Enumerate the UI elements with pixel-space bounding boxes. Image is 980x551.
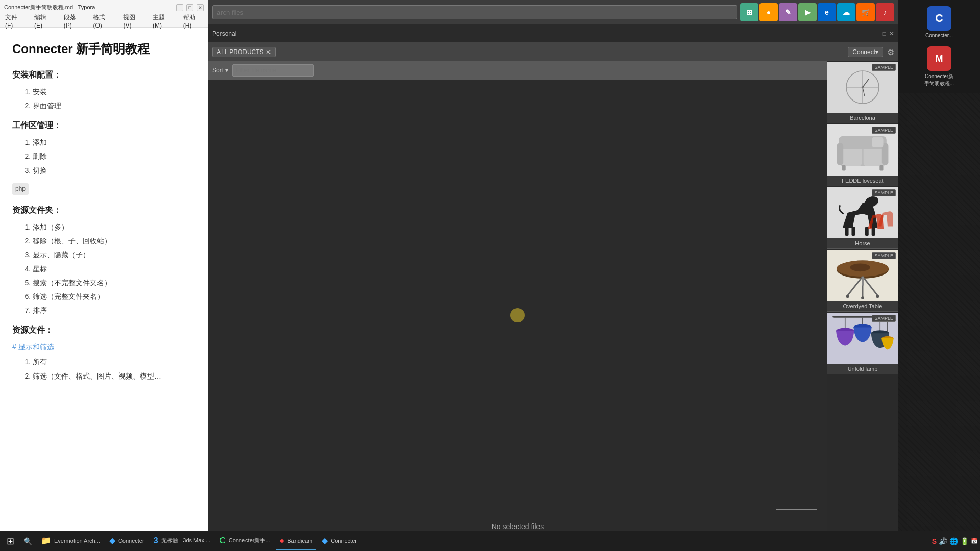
scroll-indicator bbox=[776, 509, 817, 510]
taskbar-app-3dsmax[interactable]: 3 无标题 - 3ds Max ... bbox=[150, 532, 214, 550]
svg-point-31 bbox=[876, 295, 879, 298]
taskbar-apps: 📁 Evermotion Arch... ◆ Connecter 3 无标题 -… bbox=[37, 532, 361, 550]
list-item: 搜索（不完整文件夹名） bbox=[33, 277, 195, 289]
orange-icon[interactable]: ● bbox=[760, 3, 778, 21]
tray-clock: 📅 bbox=[971, 538, 978, 544]
gear-icon[interactable]: ⚙ bbox=[887, 47, 894, 57]
desktop-icon-connecter-doc[interactable]: M Connecter新手简明教程... bbox=[921, 44, 957, 89]
tray-icon-volume[interactable]: 🔊 bbox=[939, 537, 947, 545]
section-link[interactable]: # 显示和筛选 bbox=[12, 343, 54, 351]
list-item: 切换 bbox=[33, 164, 195, 177]
connecter-icon: ◆ bbox=[109, 536, 115, 545]
search-input[interactable] bbox=[217, 9, 732, 16]
personal-label: Personal bbox=[212, 30, 236, 37]
typora-content: Connecter 新手简明教程 安装和配置： 安装 界面管理 工作区管理： 添… bbox=[0, 28, 208, 539]
tray-icon-battery[interactable]: 🔋 bbox=[960, 537, 969, 545]
personal-close[interactable]: ✕ bbox=[889, 30, 894, 37]
svg-point-25 bbox=[850, 263, 870, 271]
connecter-subbar: ALL PRODUCTS ✕ Connect▾ ⚙ bbox=[208, 43, 898, 61]
connecter-toolbar: ⊞ ● ✎ ▶ e ☁ 🛒 ♪ bbox=[208, 0, 898, 24]
taskbar-app-connecter[interactable]: ◆ Connecter bbox=[105, 532, 149, 550]
svg-point-32 bbox=[861, 296, 864, 299]
green-icon[interactable]: ▶ bbox=[798, 3, 817, 21]
product-horse-label: Horse bbox=[827, 238, 898, 248]
svg-line-26 bbox=[848, 277, 863, 295]
file-browser-area: Sort ▾ No selected files bbox=[208, 61, 827, 551]
typora-minimize-button[interactable]: — bbox=[176, 4, 183, 11]
svg-rect-18 bbox=[851, 227, 855, 236]
taskbar-app-explorer[interactable]: 📁 Evermotion Arch... bbox=[37, 532, 104, 550]
list-item: 排序 bbox=[33, 304, 195, 317]
start-button[interactable]: ⊞ bbox=[2, 533, 18, 549]
svg-line-4 bbox=[863, 79, 869, 87]
personal-minimize[interactable]: — bbox=[873, 30, 879, 37]
svg-rect-20 bbox=[872, 227, 875, 236]
desktop-icon-connecter-app[interactable]: C Connecter... bbox=[921, 4, 957, 40]
list-item: 所有 bbox=[33, 356, 195, 368]
taskbar-app-connecter2[interactable]: C Connecter新手... bbox=[215, 532, 274, 550]
list-item: 添加（多） bbox=[33, 221, 195, 234]
teal-icon[interactable]: ☁ bbox=[837, 3, 855, 21]
personal-maximize[interactable]: □ bbox=[883, 30, 886, 37]
product-barcelona-label: Barcelona bbox=[827, 113, 898, 123]
product-overdyed-label: Overdyed Table bbox=[827, 301, 898, 311]
purple-icon[interactable]: ✎ bbox=[779, 3, 797, 21]
connect-button[interactable]: Connect▾ bbox=[848, 47, 883, 57]
product-fedde-loveseat[interactable]: SAMPLE bbox=[827, 124, 898, 186]
explorer-icon: 📁 bbox=[41, 536, 51, 545]
list-item: 移除（根、子、回收站） bbox=[33, 235, 195, 247]
svg-line-27 bbox=[863, 277, 877, 295]
cursor-dot bbox=[510, 308, 525, 322]
sample-badge: SAMPLE bbox=[872, 315, 896, 322]
product-barcelona[interactable]: SAMPLE Barcelona bbox=[827, 62, 898, 123]
section-workspace: 工作区管理： bbox=[12, 118, 195, 133]
svg-rect-10 bbox=[837, 143, 844, 165]
tray-icon-s[interactable]: S bbox=[932, 537, 937, 545]
taskbar: ⊞ 🔍 📁 Evermotion Arch... ◆ Connecter 3 无… bbox=[0, 531, 980, 551]
taskbar-app-bandicam[interactable]: ● Bandicam bbox=[276, 532, 317, 550]
file-topbar: Sort ▾ bbox=[208, 61, 827, 80]
product-overdyed-img: SAMPLE bbox=[827, 250, 898, 301]
sample-badge: SAMPLE bbox=[872, 252, 896, 259]
tray-icon-network[interactable]: 🌐 bbox=[949, 537, 958, 545]
product-overdyed-table[interactable]: SAMPLE bbox=[827, 250, 898, 312]
list-item: 筛选（完整文件夹名） bbox=[33, 290, 195, 303]
list-item: 添加 bbox=[33, 136, 195, 149]
taskbar-tray: S 🔊 🌐 🔋 📅 bbox=[932, 537, 978, 545]
sample-badge: SAMPLE bbox=[872, 127, 896, 134]
sample-badge: SAMPLE bbox=[872, 64, 896, 71]
taskbar-search-icon[interactable]: 🔍 bbox=[19, 533, 36, 549]
win-icon[interactable]: ⊞ bbox=[740, 3, 758, 21]
orange2-icon[interactable]: 🛒 bbox=[856, 3, 875, 21]
product-fedde-label: FEDDE loveseat bbox=[827, 176, 898, 186]
svg-rect-11 bbox=[882, 143, 889, 165]
connecter3-icon: ◆ bbox=[322, 536, 328, 545]
product-unfold-lamp[interactable]: SAMPLE bbox=[827, 313, 898, 374]
app-layout: Connecter新手简明教程.md - Typora — □ ✕ 文件(F) … bbox=[0, 0, 980, 551]
bandicam-icon: ● bbox=[280, 536, 285, 545]
fedde-svg bbox=[835, 127, 891, 173]
connecter2-icon: C bbox=[219, 536, 226, 545]
typora-title: Connecter新手简明教程.md - Typora bbox=[4, 4, 176, 11]
barcelona-svg bbox=[842, 67, 883, 108]
list-item: 删除 bbox=[33, 150, 195, 163]
all-products-button[interactable]: ALL PRODUCTS ✕ bbox=[212, 47, 276, 57]
search-box[interactable] bbox=[212, 5, 737, 19]
typora-close-button[interactable]: ✕ bbox=[197, 4, 204, 11]
sort-button[interactable]: Sort ▾ bbox=[212, 67, 228, 74]
product-horse-img: SAMPLE bbox=[827, 187, 898, 238]
svg-rect-17 bbox=[845, 227, 849, 236]
php-badge: php bbox=[12, 183, 29, 195]
product-horse[interactable]: SAMPLE bbox=[827, 187, 898, 249]
product-panel: SAMPLE Barcelona bbox=[827, 61, 898, 551]
taskbar-app-connecter3[interactable]: ◆ Connecter bbox=[317, 532, 361, 550]
doc-title: Connecter 新手简明教程 bbox=[12, 38, 195, 60]
typora-panel: Connecter新手简明教程.md - Typora — □ ✕ 文件(F) … bbox=[0, 0, 208, 551]
blue-icon[interactable]: e bbox=[818, 3, 836, 21]
typora-maximize-button[interactable]: □ bbox=[186, 4, 193, 11]
list-item: 界面管理 bbox=[33, 99, 195, 112]
filter-input[interactable] bbox=[232, 64, 314, 77]
product-fedde-img: SAMPLE bbox=[827, 124, 898, 176]
product-unfold-label: Unfold lamp bbox=[827, 364, 898, 374]
red-icon[interactable]: ♪ bbox=[876, 3, 894, 21]
